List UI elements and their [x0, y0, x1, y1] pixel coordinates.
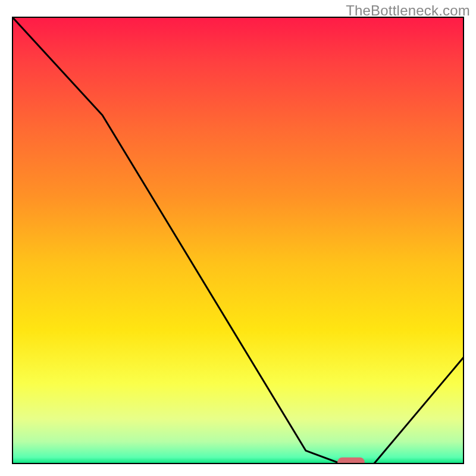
watermark-text: TheBottleneck.com	[346, 2, 470, 19]
bottleneck-chart	[12, 17, 464, 464]
chart-container: TheBottleneck.com	[0, 0, 476, 476]
gradient-background	[12, 17, 464, 464]
plot-area	[12, 17, 464, 464]
